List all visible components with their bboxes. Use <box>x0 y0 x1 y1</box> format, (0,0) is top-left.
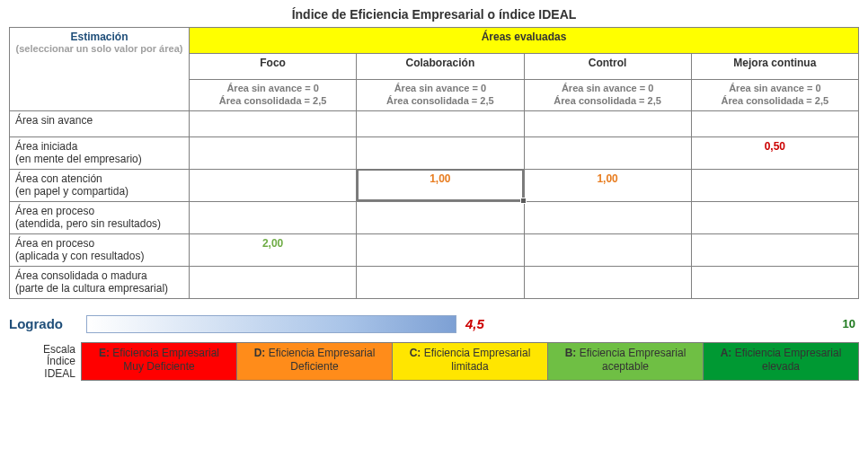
scale-cells: E: Eficiencia EmpresarialMuy DeficienteD… <box>81 342 859 381</box>
col-head-foco: Foco <box>190 54 357 80</box>
logrado-row: Logrado 4,5 10 <box>9 315 859 333</box>
row-label: Área en proceso(atendida, pero sin resul… <box>10 201 190 233</box>
scale-cell-D: D: Eficiencia EmpresarialDeficiente <box>237 342 393 381</box>
value-cell[interactable]: 0,50 <box>691 136 858 169</box>
table-row: Área iniciada(en mente del empresario)0,… <box>10 136 859 169</box>
value-cell[interactable] <box>691 169 858 201</box>
value-cell[interactable] <box>357 136 524 169</box>
scale-cell-E: E: Eficiencia EmpresarialMuy Deficiente <box>81 342 237 381</box>
table-row: Área consolidada o madura(parte de la cu… <box>10 266 859 298</box>
scale-cell-B: B: Eficiencia Empresarialaceptable <box>548 342 704 381</box>
value-cell[interactable] <box>691 233 858 266</box>
value-cell[interactable] <box>190 169 357 201</box>
table-row: Área en proceso(aplicada y con resultado… <box>10 233 859 266</box>
value-cell[interactable] <box>691 110 858 136</box>
value-cell[interactable] <box>524 201 691 233</box>
row-label: Área consolidada o madura(parte de la cu… <box>10 266 190 298</box>
col-hint-control: Área sin avance = 0 Área consolidada = 2… <box>524 80 691 111</box>
value-cell[interactable] <box>691 266 858 298</box>
row-label: Área con atención(en papel y compartida) <box>10 169 190 201</box>
logrado-label: Logrado <box>9 316 81 331</box>
estimacion-head: Estimación <box>70 31 128 43</box>
col-hint-colaboracion: Área sin avance = 0 Área consolidada = 2… <box>357 80 524 111</box>
value-cell[interactable] <box>691 201 858 233</box>
logrado-max: 10 <box>843 317 859 330</box>
value-cell[interactable] <box>357 110 524 136</box>
value-cell[interactable] <box>190 201 357 233</box>
value-cell[interactable] <box>357 266 524 298</box>
progress-bar <box>86 315 456 333</box>
value-cell[interactable] <box>190 136 357 169</box>
scale-row: EscalaÍndiceIDEAL E: Eficiencia Empresar… <box>9 342 859 381</box>
page-title: Índice de Eficiencia Empresarial o índic… <box>9 7 859 22</box>
areas-header: Áreas evaluadas <box>190 28 859 54</box>
col-hint-foco: Área sin avance = 0 Área consolidada = 2… <box>190 80 357 111</box>
value-cell[interactable] <box>524 266 691 298</box>
value-cell[interactable] <box>524 136 691 169</box>
evaluation-matrix: Estimación (seleccionar un solo valor po… <box>9 27 859 299</box>
table-row: Área en proceso(atendida, pero sin resul… <box>10 201 859 233</box>
logrado-value: 4,5 <box>465 316 501 331</box>
scale-cell-A: A: Eficiencia Empresarialelevada <box>704 342 859 381</box>
value-cell[interactable] <box>524 110 691 136</box>
col-head-control: Control <box>524 54 691 80</box>
value-cell[interactable]: 1,00 <box>524 169 691 201</box>
row-label: Área iniciada(en mente del empresario) <box>10 136 190 169</box>
col-head-mejora: Mejora continua <box>691 54 858 80</box>
scale-cell-C: C: Eficiencia Empresariallimitada <box>393 342 548 381</box>
estimacion-header-cell: Estimación (seleccionar un solo valor po… <box>10 28 190 111</box>
value-cell[interactable]: 1,00 <box>357 169 524 201</box>
value-cell[interactable] <box>524 233 691 266</box>
row-label: Área sin avance <box>10 110 190 136</box>
page: Índice de Eficiencia Empresarial o índic… <box>0 0 868 390</box>
col-head-colaboracion: Colaboración <box>357 54 524 80</box>
value-cell[interactable] <box>357 201 524 233</box>
estimacion-sub: (seleccionar un solo valor por área) <box>15 43 183 54</box>
row-label: Área en proceso(aplicada y con resultado… <box>10 233 190 266</box>
table-row: Área con atención(en papel y compartida)… <box>10 169 859 201</box>
col-hint-mejora: Área sin avance = 0 Área consolidada = 2… <box>691 80 858 111</box>
value-cell[interactable] <box>357 233 524 266</box>
progress-bar-fill <box>87 316 456 332</box>
value-cell[interactable] <box>190 266 357 298</box>
value-cell[interactable] <box>190 110 357 136</box>
table-row: Área sin avance <box>10 110 859 136</box>
scale-label: EscalaÍndiceIDEAL <box>9 342 81 381</box>
value-cell[interactable]: 2,00 <box>190 233 357 266</box>
